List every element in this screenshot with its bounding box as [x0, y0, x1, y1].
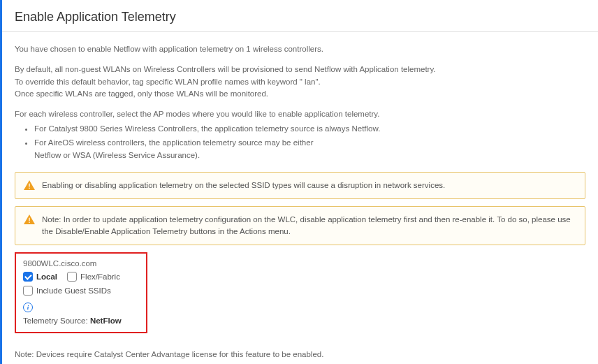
warning-update-note: Note: In order to update application tel… [15, 206, 585, 246]
warning-disruption-text: Enabling or disabling application teleme… [42, 180, 445, 191]
instruction-text: For each wireless controller, select the… [15, 108, 585, 120]
bullet-aireos: For AireOS wireless controllers, the app… [34, 137, 585, 162]
telemetry-source-value: NetFlow [90, 316, 122, 325]
ap-mode-row: Local Flex/Fabric [23, 272, 139, 282]
svg-rect-3 [29, 222, 29, 223]
svg-rect-1 [29, 187, 29, 188]
svg-rect-0 [29, 183, 29, 187]
checkbox-flex-fabric[interactable]: Flex/Fabric [67, 272, 120, 282]
default-line-1: By default, all non-guest WLANs on Wirel… [15, 65, 436, 73]
checkbox-local-box [23, 272, 33, 282]
warning-icon [24, 180, 35, 190]
checkbox-flex-label: Flex/Fabric [80, 272, 120, 281]
default-line-2: To override this default behavior, tag s… [15, 78, 321, 86]
license-note: Note: Devices require Catalyst Center Ad… [2, 347, 598, 361]
device-hostname: 9800WLC.cisco.com [23, 259, 139, 268]
checkbox-guest-box [23, 286, 33, 296]
bullet-list: For Catalyst 9800 Series Wireless Contro… [34, 123, 585, 161]
bullet-aireos-line1: For AireOS wireless controllers, the app… [34, 138, 313, 147]
svg-rect-2 [29, 218, 29, 221]
default-behavior-text: By default, all non-guest WLANs on Wirel… [15, 64, 585, 100]
page-header: Enable Application Telemetry [2, 0, 598, 31]
warning-update-note-text: Note: In order to update application tel… [42, 214, 576, 238]
main-content: You have chosen to enable Netflow with a… [2, 32, 598, 347]
checkbox-guest-label: Include Guest SSIDs [36, 286, 111, 295]
checkbox-flex-box [67, 272, 77, 282]
info-icon[interactable]: i [23, 303, 33, 312]
guest-ssid-row: Include Guest SSIDs [23, 286, 139, 296]
telemetry-source-line: Telemetry Source: NetFlow [23, 316, 139, 325]
checkbox-local[interactable]: Local [23, 272, 57, 282]
page-container: Enable Application Telemetry You have ch… [0, 0, 598, 364]
bullet-catalyst: For Catalyst 9800 Series Wireless Contro… [34, 123, 585, 136]
checkbox-local-label: Local [36, 272, 57, 281]
intro-text: You have chosen to enable Netflow with a… [15, 43, 585, 55]
warning-icon [24, 214, 35, 224]
telemetry-source-label: Telemetry Source: [23, 316, 90, 325]
page-title: Enable Application Telemetry [15, 10, 585, 24]
default-line-3: Once specific WLANs are tagged, only tho… [15, 89, 268, 98]
checkbox-include-guest[interactable]: Include Guest SSIDs [23, 286, 111, 296]
warning-disruption: Enabling or disabling application teleme… [15, 172, 585, 199]
bullet-aireos-line2: Netflow or WSA (Wireless Service Assuran… [34, 151, 200, 159]
device-settings-box: 9800WLC.cisco.com Local Flex/Fabric Incl… [15, 252, 147, 333]
